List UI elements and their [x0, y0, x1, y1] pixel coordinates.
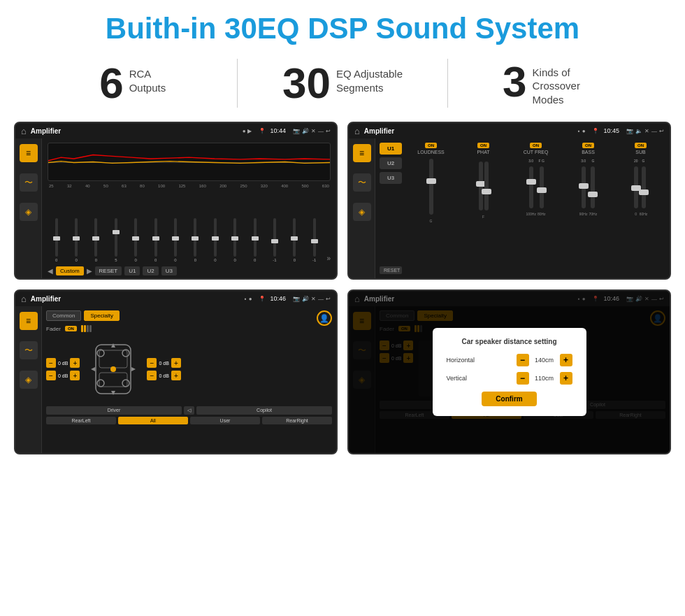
eq-slider-8[interactable]: 0 — [206, 218, 224, 262]
preset-u2[interactable]: U2 — [380, 157, 402, 169]
status-bar-3: ⌂ Amplifier ▪ ● 📍 10:46 📷 🔊 ✕ — ↩ — [15, 291, 336, 306]
stat-crossover-label: Kinds ofCrossover Modes — [533, 60, 603, 107]
u1-btn[interactable]: U1 — [124, 266, 140, 275]
prev-arrow[interactable]: ◀ — [48, 267, 53, 275]
phat-slider-2[interactable] — [484, 162, 489, 210]
preset-u1[interactable]: U1 — [380, 143, 402, 155]
svg-marker-9 — [111, 391, 115, 395]
user-btn[interactable]: User — [190, 417, 260, 424]
sub-slider-2[interactable] — [642, 166, 646, 208]
close-icon-3[interactable]: ✕ — [311, 296, 316, 302]
wave-icon[interactable]: 〜 — [20, 173, 38, 192]
eq-slider-12[interactable]: 0 — [286, 218, 303, 262]
u2-btn[interactable]: U2 — [143, 266, 158, 275]
fader-on-btn[interactable]: ON — [65, 326, 77, 331]
horizontal-label: Horizontal — [447, 357, 475, 364]
minimize-icon-1[interactable]: — — [318, 128, 324, 134]
close-icon-1[interactable]: ✕ — [311, 128, 316, 134]
speaker-icon-2[interactable]: ◈ — [353, 203, 371, 221]
back-icon-1[interactable]: ↩ — [326, 128, 331, 134]
eq-slider-7[interactable]: 0 — [187, 218, 204, 262]
eq-icon-3[interactable]: ≡ — [20, 312, 38, 330]
center-nav-btn[interactable]: ◁ — [184, 406, 194, 415]
rearleft-btn[interactable]: RearLeft — [46, 417, 116, 424]
home-icon-2[interactable]: ⌂ — [354, 126, 360, 136]
tr-plus-btn[interactable]: + — [171, 358, 181, 368]
bass-slider-1[interactable] — [582, 166, 586, 208]
loudness-slider[interactable] — [429, 159, 433, 215]
loudness-on[interactable]: ON — [425, 143, 437, 148]
br-plus-btn[interactable]: + — [171, 371, 181, 380]
eq-slider-0[interactable]: 0 — [48, 218, 65, 262]
eq-icon[interactable]: ≡ — [20, 144, 38, 162]
bass-slider-2[interactable] — [591, 166, 595, 208]
confirm-button[interactable]: Confirm — [482, 392, 536, 406]
eq-slider-4[interactable]: 0 — [127, 218, 145, 262]
phat-slider-1[interactable] — [479, 162, 483, 210]
speaker-icon-3[interactable]: ◈ — [20, 371, 38, 389]
horizontal-plus-btn[interactable]: + — [560, 354, 572, 366]
channel-cutfreq: ON CUT FREQ 3.0 100Hz F G — [511, 143, 561, 274]
home-icon-1[interactable]: ⌂ — [21, 126, 27, 136]
eq-slider-1[interactable]: 0 — [67, 218, 85, 262]
expand-arrows[interactable]: » — [325, 255, 331, 262]
tl-minus-btn[interactable]: − — [46, 358, 56, 368]
status-bar-2: ⌂ Amplifier ▪ ● 📍 10:45 📷 🔈 ✕ — ↩ — [349, 123, 670, 138]
eq-slider-2[interactable]: 0 — [87, 218, 105, 262]
stat-crossover-number: 3 — [503, 60, 526, 103]
camera-icon-1: 📷 — [293, 128, 300, 134]
svg-marker-11 — [131, 367, 136, 371]
screen-specialty: ⌂ Amplifier ▪ ● 📍 10:46 📷 🔊 ✕ — ↩ ≡ 〜 ◈ — [14, 289, 338, 454]
wave-icon-2[interactable]: 〜 — [353, 173, 371, 192]
home-icon-3[interactable]: ⌂ — [21, 294, 27, 304]
volume-icon-3: 🔊 — [302, 296, 309, 302]
cutfreq-slider-2[interactable] — [540, 166, 544, 208]
wave-icon-3[interactable]: 〜 — [20, 341, 38, 359]
bl-minus-btn[interactable]: − — [46, 371, 56, 380]
eq-slider-5[interactable]: 0 — [147, 218, 164, 262]
amp-reset-btn[interactable]: RESET — [380, 266, 402, 274]
u3-btn[interactable]: U3 — [161, 266, 177, 275]
driver-btn[interactable]: Driver — [46, 406, 182, 415]
custom-btn[interactable]: Custom — [56, 266, 84, 275]
all-btn[interactable]: All — [118, 417, 188, 424]
horizontal-minus-btn[interactable]: − — [517, 354, 529, 366]
phat-on[interactable]: ON — [477, 143, 489, 148]
cutfreq-on[interactable]: ON — [530, 143, 542, 148]
vertical-plus-btn[interactable]: + — [560, 372, 572, 385]
eq-slider-3[interactable]: 5 — [107, 218, 124, 262]
vertical-minus-btn[interactable]: − — [517, 372, 529, 385]
reset-btn[interactable]: RESET — [95, 266, 122, 275]
eq-slider-10[interactable]: 0 — [246, 218, 264, 262]
dot-icon-2: ● — [582, 128, 586, 134]
fader-row: Fader ON — [46, 325, 312, 332]
sub-slider-1[interactable] — [634, 166, 638, 208]
eq-slider-11[interactable]: -1 — [266, 218, 283, 262]
eq-slider-13[interactable]: -1 — [305, 218, 323, 262]
bass-on[interactable]: ON — [582, 143, 594, 148]
rearright-btn[interactable]: RearRight — [262, 417, 332, 424]
extra-icons-2: 📷 🔈 ✕ — ↩ — [626, 128, 664, 134]
bl-plus-btn[interactable]: + — [70, 371, 80, 380]
tl-plus-btn[interactable]: + — [70, 358, 80, 368]
tab-common[interactable]: Common — [46, 310, 81, 321]
next-arrow[interactable]: ▶ — [87, 267, 92, 275]
eq-slider-9[interactable]: 0 — [226, 218, 244, 262]
close-icon-2[interactable]: ✕ — [644, 128, 649, 134]
tab-specialty[interactable]: Specialty — [84, 310, 119, 321]
minimize-icon-2[interactable]: — — [651, 128, 657, 134]
minimize-icon-3[interactable]: — — [318, 296, 324, 302]
eq-slider-6[interactable]: 0 — [166, 218, 184, 262]
cutfreq-slider-1[interactable] — [529, 166, 533, 208]
sub-label: SUB — [635, 150, 645, 155]
speaker-icon[interactable]: ◈ — [20, 203, 38, 221]
sub-on[interactable]: ON — [635, 143, 647, 148]
back-icon-3[interactable]: ↩ — [326, 296, 331, 302]
tr-minus-btn[interactable]: − — [147, 358, 157, 368]
br-minus-btn[interactable]: − — [147, 371, 157, 380]
copilot-btn[interactable]: Copilot — [196, 406, 332, 415]
back-icon-2[interactable]: ↩ — [659, 128, 664, 134]
eq-icon-2[interactable]: ≡ — [353, 144, 371, 162]
user-icon[interactable]: 👤 — [317, 310, 332, 326]
preset-u3[interactable]: U3 — [380, 172, 402, 184]
